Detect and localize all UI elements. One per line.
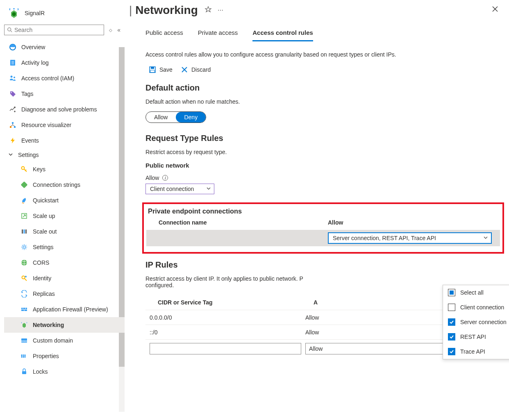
tab-access-control-rules[interactable]: Access control rules bbox=[252, 27, 313, 41]
nav-item-identity[interactable]: Identity bbox=[4, 270, 125, 286]
nav-item-quickstart[interactable]: Quickstart bbox=[4, 193, 125, 208]
svg-point-44 bbox=[21, 355, 23, 356]
favorite-button[interactable] bbox=[205, 6, 212, 14]
svg-text:www: www bbox=[21, 340, 27, 342]
nav-item-connection-strings[interactable]: Connection strings bbox=[4, 177, 125, 193]
tab-private-access[interactable]: Private access bbox=[198, 27, 238, 41]
nav-item-tags[interactable]: Tags bbox=[4, 86, 125, 102]
action-select[interactable]: Allow bbox=[305, 343, 451, 354]
gear-icon bbox=[20, 243, 28, 251]
discard-icon bbox=[181, 66, 188, 73]
option-label: Select all bbox=[460, 289, 484, 296]
nav-label: Settings bbox=[18, 152, 39, 158]
tab-public-access[interactable]: Public access bbox=[145, 27, 183, 41]
col-allow: Allow bbox=[328, 219, 492, 226]
page-title: Networking bbox=[135, 4, 198, 17]
svg-point-46 bbox=[25, 355, 26, 356]
quickstart-icon bbox=[20, 197, 28, 204]
expand-icon[interactable]: ◇ bbox=[109, 28, 112, 32]
collapse-sidebar-button[interactable]: « bbox=[117, 27, 120, 33]
toolbar: Save Discard bbox=[145, 66, 501, 73]
main-content: | Networking ⋯ Public access Private acc… bbox=[125, 0, 509, 420]
nav-item-app-firewall[interactable]: Application Firewall (Preview) bbox=[4, 302, 125, 317]
nav-group-settings[interactable]: Settings bbox=[4, 148, 125, 161]
cidr-input[interactable] bbox=[150, 343, 301, 354]
nav-item-scale-up[interactable]: Scale up bbox=[4, 208, 125, 224]
svg-point-12 bbox=[14, 107, 16, 108]
tags-icon bbox=[9, 90, 16, 98]
connection-strings-icon bbox=[20, 181, 28, 188]
nav-label: Locks bbox=[33, 368, 48, 375]
nav-label: Tags bbox=[21, 91, 34, 97]
nav-item-properties[interactable]: Properties bbox=[4, 348, 125, 364]
default-action-desc: Default action when no rule matches. bbox=[145, 98, 501, 105]
overview-icon bbox=[9, 43, 16, 51]
checkbox-empty-icon bbox=[448, 304, 455, 311]
nav-item-locks[interactable]: Locks bbox=[4, 364, 125, 379]
option-trace-api[interactable]: Trace API bbox=[443, 344, 509, 359]
option-rest-api[interactable]: REST API bbox=[443, 329, 509, 344]
nav-item-custom-domain[interactable]: www Custom domain bbox=[4, 333, 125, 348]
nav-item-access-control[interactable]: Access control (IAM) bbox=[4, 70, 125, 86]
firewall-icon bbox=[20, 306, 28, 313]
page-header: | Networking ⋯ bbox=[129, 0, 501, 17]
nav-item-diagnose[interactable]: Diagnose and solve problems bbox=[4, 102, 125, 117]
access-control-icon bbox=[9, 75, 16, 82]
option-client-connection[interactable]: Client connection bbox=[443, 300, 509, 315]
nav-item-replicas[interactable]: Replicas bbox=[4, 286, 125, 302]
nav-label: Events bbox=[21, 137, 39, 144]
svg-point-1 bbox=[13, 8, 15, 10]
svg-point-0 bbox=[12, 12, 16, 16]
svg-point-11 bbox=[11, 92, 12, 93]
page-description: Access control rules allow you to config… bbox=[145, 51, 501, 58]
public-allow-dropdown[interactable]: Client connection bbox=[145, 184, 214, 194]
nav-item-networking[interactable]: Networking bbox=[4, 317, 125, 333]
nav-item-events[interactable]: Events bbox=[4, 133, 125, 148]
diagnose-icon bbox=[9, 106, 16, 113]
svg-point-31 bbox=[22, 276, 25, 279]
nav-label: Access control (IAM) bbox=[21, 75, 74, 82]
lock-icon bbox=[20, 368, 28, 375]
svg-point-27 bbox=[23, 246, 25, 248]
discard-button[interactable]: Discard bbox=[181, 66, 211, 73]
chevron-down-icon bbox=[8, 152, 15, 158]
toggle-allow[interactable]: Allow bbox=[146, 112, 176, 123]
svg-rect-52 bbox=[150, 70, 155, 73]
nav-item-activity-log[interactable]: Activity log bbox=[4, 55, 125, 70]
checkbox-checked-icon bbox=[448, 348, 455, 355]
nav-item-keys[interactable]: Keys bbox=[4, 161, 125, 177]
endpoint-allow-dropdown[interactable]: Server connection, REST API, Trace API bbox=[328, 232, 492, 244]
save-button[interactable]: Save bbox=[149, 66, 173, 73]
resource-header: SignalR bbox=[4, 4, 125, 25]
option-label: Server connection bbox=[460, 319, 507, 325]
svg-rect-14 bbox=[10, 126, 11, 128]
toggle-deny[interactable]: Deny bbox=[176, 112, 206, 123]
search-input[interactable] bbox=[4, 25, 104, 35]
svg-rect-25 bbox=[24, 229, 25, 234]
nav-item-settings[interactable]: Settings bbox=[4, 239, 125, 255]
svg-line-17 bbox=[11, 125, 13, 126]
svg-rect-13 bbox=[12, 122, 14, 124]
tabs: Public access Private access Access cont… bbox=[145, 27, 501, 41]
select-value: Allow bbox=[309, 345, 323, 352]
nav-list: Overview Activity log Access control (IA… bbox=[4, 39, 125, 400]
dropdown-value: Client connection bbox=[150, 186, 194, 192]
option-server-connection[interactable]: Server connection bbox=[443, 315, 509, 329]
nav-item-scale-out[interactable]: Scale out bbox=[4, 224, 125, 239]
scale-up-icon bbox=[20, 212, 28, 220]
default-action-title: Default action bbox=[145, 83, 501, 93]
svg-rect-15 bbox=[14, 126, 16, 128]
info-icon[interactable]: i bbox=[162, 175, 168, 181]
search-field[interactable] bbox=[13, 27, 101, 33]
close-button[interactable] bbox=[489, 3, 501, 17]
svg-point-9 bbox=[11, 76, 13, 78]
properties-icon bbox=[20, 352, 28, 360]
svg-rect-22 bbox=[21, 182, 28, 188]
more-button[interactable]: ⋯ bbox=[218, 7, 224, 14]
nav-item-resource-visualizer[interactable]: Resource visualizer bbox=[4, 117, 125, 133]
option-select-all[interactable]: Select all bbox=[443, 285, 509, 300]
default-action-toggle[interactable]: Allow Deny bbox=[145, 111, 206, 123]
nav-item-cors[interactable]: CORS bbox=[4, 255, 125, 270]
nav-item-overview[interactable]: Overview bbox=[4, 39, 125, 55]
svg-line-18 bbox=[13, 125, 15, 126]
